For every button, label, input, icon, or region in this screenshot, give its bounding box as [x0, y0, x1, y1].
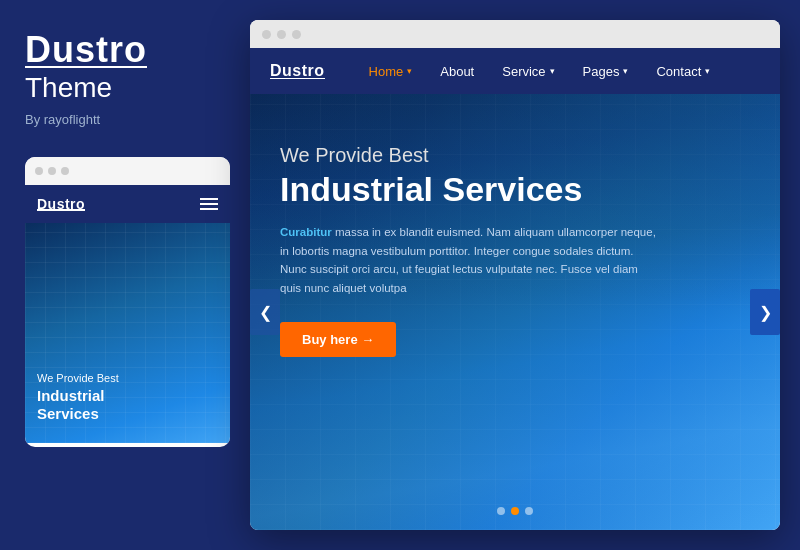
nav-home[interactable]: Home ▾ [355, 48, 427, 94]
hero-next-arrow[interactable]: ❯ [750, 289, 780, 335]
mobile-mockup: Dustro We Provide Best IndustrialService… [25, 157, 230, 447]
dot-1 [35, 167, 43, 175]
mobile-hero-content: We Provide Best IndustrialServices [37, 371, 218, 422]
mobile-hero-title: IndustrialServices [37, 387, 218, 423]
hero-desc-text: massa in ex blandit euismed. Nam aliquam… [280, 226, 656, 293]
hamburger-line-3 [200, 208, 218, 210]
desktop-dot-1 [262, 30, 271, 39]
brand-title: Dustro [25, 30, 220, 70]
desktop-dot-2 [277, 30, 286, 39]
hero-prev-arrow[interactable]: ❮ [250, 289, 280, 335]
hero-content: We Provide Best Industrial Services Cura… [280, 144, 680, 357]
mobile-hero: We Provide Best IndustrialServices [25, 223, 230, 443]
mobile-hero-text: We Provide Best IndustrialServices [37, 371, 218, 422]
dot-3 [61, 167, 69, 175]
desktop-logo: Dustro [270, 62, 325, 80]
desktop-hero: ❮ We Provide Best Industrial Services Cu… [250, 94, 780, 530]
prev-arrow-icon: ❮ [259, 303, 272, 322]
nav-pages[interactable]: Pages ▾ [569, 48, 643, 94]
service-chevron-icon: ▾ [550, 66, 555, 76]
buy-here-button[interactable]: Buy here → [280, 322, 396, 357]
brand-author: By rayoflightt [25, 112, 220, 127]
pages-chevron-icon: ▾ [623, 66, 628, 76]
dot-2 [48, 167, 56, 175]
hero-dot-3[interactable] [525, 507, 533, 515]
mobile-logo: Dustro [37, 196, 85, 212]
hero-desc-highlight: Curabitur [280, 226, 332, 238]
hamburger-line-2 [200, 203, 218, 205]
nav-service[interactable]: Service ▾ [488, 48, 568, 94]
hamburger-line-1 [200, 198, 218, 200]
mobile-nav: Dustro [25, 185, 230, 223]
mobile-titlebar [25, 157, 230, 185]
left-panel: Dustro Theme By rayoflightt Dustro [0, 0, 245, 550]
hero-title: Industrial Services [280, 171, 680, 208]
nav-contact[interactable]: Contact ▾ [642, 48, 724, 94]
hero-dots [497, 507, 533, 515]
hero-dot-1[interactable] [497, 507, 505, 515]
desktop-mockup: Dustro Home ▾ About Service ▾ Pages ▾ [250, 20, 780, 530]
next-arrow-icon: ❯ [759, 303, 772, 322]
nav-links: Home ▾ About Service ▾ Pages ▾ Contact ▾ [355, 48, 760, 94]
home-chevron-icon: ▾ [407, 66, 412, 76]
desktop-nav: Dustro Home ▾ About Service ▾ Pages ▾ [250, 48, 780, 94]
hero-dot-2[interactable] [511, 507, 519, 515]
brand-subtitle: Theme [25, 72, 220, 104]
right-area: Dustro Home ▾ About Service ▾ Pages ▾ [245, 0, 800, 550]
desktop-titlebar [250, 20, 780, 48]
nav-about[interactable]: About [426, 48, 488, 94]
brand-section: Dustro Theme By rayoflightt [25, 30, 220, 127]
desktop-dot-3 [292, 30, 301, 39]
hamburger-menu[interactable] [200, 198, 218, 210]
hero-description: Curabitur massa in ex blandit euismed. N… [280, 223, 660, 297]
contact-chevron-icon: ▾ [705, 66, 710, 76]
hero-subtitle: We Provide Best [280, 144, 680, 167]
